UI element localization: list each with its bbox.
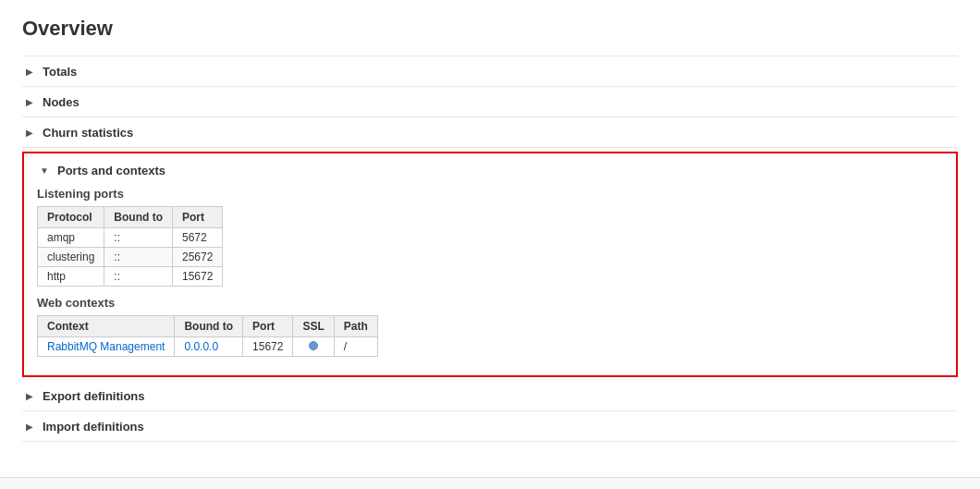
ports-header[interactable]: ▼ Ports and contexts — [37, 163, 943, 177]
export-label: Export definitions — [43, 389, 145, 403]
footer-bar: HTTP APIServer DocsTutorialsCommunity Su… — [0, 477, 980, 489]
web-contexts-table: Context Bound to Port SSL Path RabbitMQ … — [37, 315, 378, 357]
listening-ports-title: Listening ports — [37, 187, 943, 201]
export-arrow: ▶ — [22, 388, 37, 403]
table-row: RabbitMQ Management0.0.0.015672/ — [38, 337, 378, 357]
section-export[interactable]: ▶ Export definitions — [22, 381, 958, 411]
ssl-indicator — [309, 341, 318, 350]
col-port: Port — [173, 207, 223, 228]
web-contexts-title: Web contexts — [37, 296, 943, 310]
section-totals[interactable]: ▶ Totals — [22, 55, 958, 87]
section-churn[interactable]: ▶ Churn statistics — [22, 117, 958, 148]
section-ports-contexts: ▼ Ports and contexts Listening ports Pro… — [22, 152, 958, 377]
table-row: http::15672 — [38, 267, 223, 287]
col-context: Context — [38, 316, 175, 337]
nodes-label: Nodes — [43, 95, 80, 109]
table-row: clustering::25672 — [38, 248, 223, 267]
col-ssl: SSL — [293, 316, 334, 337]
ports-arrow: ▼ — [37, 163, 52, 177]
col-protocol: Protocol — [38, 207, 104, 228]
col-port-web: Port — [243, 316, 293, 337]
totals-label: Totals — [43, 65, 77, 79]
page-title: Overview — [22, 17, 958, 41]
col-bound-to: Bound to — [104, 207, 173, 228]
listening-ports-table: Protocol Bound to Port amqp::5672cluster… — [37, 206, 223, 287]
context-link[interactable]: RabbitMQ Management — [47, 340, 165, 353]
section-import[interactable]: ▶ Import definitions — [22, 411, 958, 442]
ports-label: Ports and contexts — [57, 164, 165, 177]
import-label: Import definitions — [43, 420, 144, 434]
churn-arrow: ▶ — [22, 125, 37, 140]
table-row: amqp::5672 — [38, 228, 223, 248]
totals-arrow: ▶ — [22, 64, 37, 79]
bound-to-link[interactable]: 0.0.0.0 — [184, 340, 218, 353]
col-path: Path — [334, 316, 377, 337]
col-bound-to-web: Bound to — [175, 316, 243, 337]
nodes-arrow: ▶ — [22, 94, 37, 109]
import-arrow: ▶ — [22, 419, 37, 434]
churn-label: Churn statistics — [43, 126, 133, 140]
section-nodes[interactable]: ▶ Nodes — [22, 87, 958, 117]
